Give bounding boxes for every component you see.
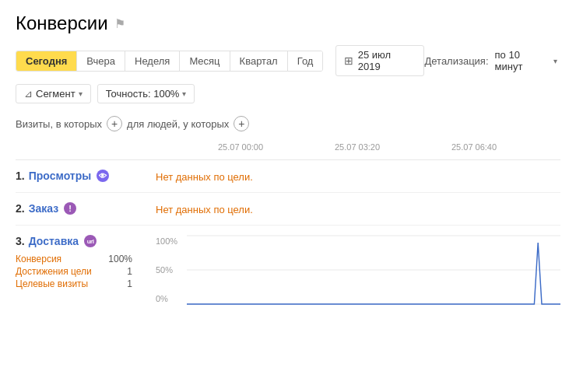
stat-goals-value: 1 (101, 266, 132, 277)
goal-row-2: 2. Заказ ! Нет данных по цели. (16, 193, 560, 226)
selected-date: 25 июл 2019 (358, 49, 416, 72)
stat-goals-label: Достижения цели (16, 266, 101, 277)
page-title: Конверсии (16, 12, 108, 34)
goal-2-left: 2. Заказ ! (16, 202, 156, 215)
goal-3-name: Доставка (29, 235, 79, 247)
stat-row-conversion: Конверсия 100% (16, 254, 156, 264)
stat-conversion-label: Конверсия (16, 254, 101, 264)
bookmark-icon[interactable]: ⚑ (114, 16, 125, 31)
date-tabs: Сегодня Вчера Неделя Месяц Квартал Год (16, 51, 323, 72)
goal-3-stats: Конверсия 100% Достижения цели 1 Целевые… (16, 254, 156, 289)
stat-row-goals: Достижения цели 1 (16, 266, 156, 277)
y-label-50: 50% (156, 265, 177, 275)
goal-2-no-data: Нет данных по цели. (156, 202, 253, 215)
y-label-0: 0% (156, 294, 177, 303)
segment-builder: Визиты, в которых + для людей, у которых… (16, 116, 560, 131)
tab-yesterday[interactable]: Вчера (77, 51, 125, 71)
stat-visits-label: Целевые визиты (16, 278, 101, 289)
date-picker[interactable]: ⊞ 25 июл 2019 (335, 45, 425, 76)
goal-3-title[interactable]: 3. Доставка url (16, 235, 156, 247)
goal-1-number: 1. (16, 170, 25, 182)
goal-1-type-icon: 👁 (97, 170, 109, 182)
goal-2-number: 2. (16, 202, 25, 215)
goal-3-left: 3. Доставка url Конверсия 100% Достижени… (16, 235, 156, 291)
detail-select[interactable]: Детализация: по 10 минут ▾ (424, 49, 560, 72)
detail-label: Детализация: (424, 55, 488, 67)
stat-conversion-value: 100% (101, 254, 132, 264)
goal-1-title[interactable]: 1. Просмотры 👁 (16, 170, 156, 182)
goal-row-1: 1. Просмотры 👁 Нет данных по цели. (16, 160, 560, 193)
detail-value: по 10 минут (495, 49, 550, 72)
goal-1-no-data: Нет данных по цели. (156, 170, 253, 183)
add-visit-condition-button[interactable]: + (107, 116, 122, 131)
visits-text: Визиты, в которых (16, 118, 102, 130)
y-label-100: 100% (156, 236, 177, 246)
tab-week[interactable]: Неделя (125, 51, 180, 71)
chart-plot (187, 235, 560, 305)
tab-month[interactable]: Месяц (180, 51, 230, 71)
goal-2-name: Заказ (29, 202, 58, 215)
calendar-icon: ⊞ (344, 54, 353, 67)
accuracy-caret-icon: ▾ (182, 89, 186, 98)
goal-3-type-icon: url (84, 235, 97, 247)
goal-2-type-icon: ! (64, 202, 76, 215)
goal-2-title[interactable]: 2. Заказ ! (16, 202, 156, 215)
time-label-1: 25.07 03:20 (335, 142, 380, 152)
filter-icon: ⊿ (24, 88, 33, 100)
time-axis: 25.07 00:00 25.07 03:20 25.07 06:40 (156, 142, 560, 156)
stat-visits-value: 1 (101, 278, 132, 289)
page-wrapper: Конверсии ⚑ Сегодня Вчера Неделя Месяц К… (0, 0, 576, 327)
segment-label: Сегмент (36, 88, 76, 100)
chart-svg (187, 235, 560, 305)
goal-3-number: 3. (16, 235, 25, 247)
tab-quarter[interactable]: Квартал (230, 51, 288, 71)
time-label-0: 25.07 00:00 (218, 142, 263, 152)
goal-1-name: Просмотры (29, 170, 92, 182)
goal-1-left: 1. Просмотры 👁 (16, 170, 156, 182)
filter-row: ⊿ Сегмент ▾ Точность: 100% ▾ (16, 84, 560, 103)
accuracy-filter-button[interactable]: Точность: 100% ▾ (97, 84, 195, 103)
time-label-2: 25.07 06:40 (451, 142, 497, 152)
page-header: Конверсии ⚑ (16, 12, 560, 34)
chevron-down-icon: ▾ (553, 57, 557, 65)
goal-3-chart-area: 100% 50% 0% (156, 235, 560, 305)
stat-row-visits: Целевые визиты 1 (16, 278, 156, 289)
tab-year[interactable]: Год (288, 51, 323, 71)
people-text: для людей, у которых (127, 118, 229, 130)
y-axis-labels: 100% 50% 0% (156, 235, 177, 305)
date-toolbar: Сегодня Вчера Неделя Месяц Квартал Год ⊞… (16, 45, 560, 76)
accuracy-label: Точность: 100% (106, 88, 180, 100)
add-people-condition-button[interactable]: + (234, 116, 249, 131)
goal-row-3: 3. Доставка url Конверсия 100% Достижени… (16, 226, 560, 314)
segment-caret-icon: ▾ (79, 89, 83, 98)
tab-today[interactable]: Сегодня (16, 51, 77, 71)
segment-filter-button[interactable]: ⊿ Сегмент ▾ (16, 84, 91, 103)
